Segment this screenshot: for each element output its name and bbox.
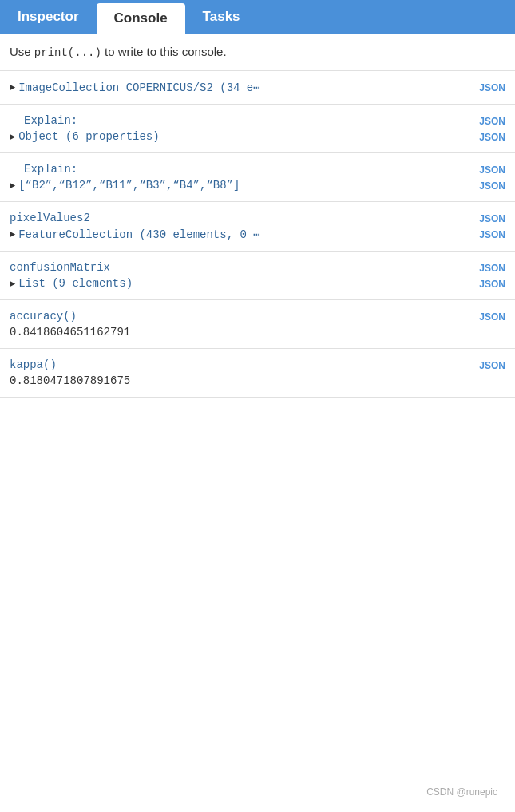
tab-bar: Inspector Console Tasks bbox=[0, 0, 515, 34]
array-label[interactable]: ► [“B2”,“B12”,“B11”,“B3”,“B4”,“B8”] bbox=[10, 179, 473, 192]
explain-2-label: Explain: bbox=[10, 163, 77, 176]
kappa-label: kappa() bbox=[10, 358, 57, 371]
row-featurecollection: ► FeatureCollection (430 elements, 0 ⋯ J… bbox=[10, 226, 505, 243]
arrow-icon-2[interactable]: ► bbox=[10, 132, 15, 143]
intro-before: Use bbox=[10, 45, 34, 58]
arrow-icon-4[interactable]: ► bbox=[10, 229, 15, 240]
row-kappa-label: kappa() JSON bbox=[10, 357, 505, 373]
section-6: accuracy() JSON 0.8418604651162791 bbox=[0, 300, 515, 349]
arrow-icon-3[interactable]: ► bbox=[10, 180, 15, 192]
kappa-json[interactable]: JSON bbox=[479, 360, 505, 371]
row-pixelvalues-label: pixelValues2 JSON bbox=[10, 210, 505, 226]
section-5: confusionMatrix JSON ► List (9 elements)… bbox=[0, 252, 515, 300]
tab-inspector[interactable]: Inspector bbox=[0, 0, 97, 34]
row-confusionmatrix-label: confusionMatrix JSON bbox=[10, 259, 505, 275]
row-explain-1: Explain: JSON bbox=[10, 113, 505, 129]
row-object: ► Object (6 properties) JSON bbox=[10, 129, 505, 145]
explain-1-json[interactable]: JSON bbox=[479, 116, 505, 127]
intro-after: to write to this console. bbox=[101, 45, 227, 58]
arrow-icon-5[interactable]: ► bbox=[10, 279, 15, 290]
imagecollection-text: ImageCollection COPERNICUS/S2 (34 e⋯ bbox=[18, 81, 259, 94]
object-label[interactable]: ► Object (6 properties) bbox=[10, 130, 473, 143]
intro-code: print(...) bbox=[34, 46, 101, 59]
explain-2-json[interactable]: JSON bbox=[479, 164, 505, 176]
watermark: CSDN @runepic bbox=[417, 780, 507, 804]
row-imagecollection: ► ImageCollection COPERNICUS/S2 (34 e⋯ J… bbox=[10, 79, 505, 96]
confusionmatrix-json[interactable]: JSON bbox=[479, 263, 505, 274]
imagecollection-label[interactable]: ► ImageCollection COPERNICUS/S2 (34 e⋯ bbox=[10, 81, 473, 94]
row-accuracy-label: accuracy() JSON bbox=[10, 308, 505, 324]
explain-1-label: Explain: bbox=[10, 114, 77, 127]
featurecollection-json[interactable]: JSON bbox=[479, 229, 505, 240]
list-label[interactable]: ► List (9 elements) bbox=[10, 277, 473, 290]
confusionmatrix-label: confusionMatrix bbox=[10, 261, 110, 274]
row-explain-2: Explain: JSON bbox=[10, 161, 505, 177]
array-text: [“B2”,“B12”,“B11”,“B3”,“B4”,“B8”] bbox=[18, 179, 240, 192]
array-json[interactable]: JSON bbox=[479, 180, 505, 192]
object-text: Object (6 properties) bbox=[18, 130, 159, 143]
row-accuracy-value: 0.8418604651162791 bbox=[10, 324, 505, 340]
imagecollection-json[interactable]: JSON bbox=[479, 82, 505, 93]
accuracy-json[interactable]: JSON bbox=[479, 311, 505, 323]
object-json[interactable]: JSON bbox=[479, 132, 505, 143]
arrow-icon-1[interactable]: ► bbox=[10, 82, 15, 93]
accuracy-label: accuracy() bbox=[10, 310, 77, 323]
pixelvalues-label: pixelValues2 bbox=[10, 212, 90, 224]
section-2: Explain: JSON ► Object (6 properties) JS… bbox=[0, 105, 515, 153]
list-json[interactable]: JSON bbox=[479, 279, 505, 290]
section-7: kappa() JSON 0.8180471807891675 bbox=[0, 349, 515, 398]
list-text: List (9 elements) bbox=[18, 277, 133, 290]
section-1: ► ImageCollection COPERNICUS/S2 (34 e⋯ J… bbox=[0, 71, 515, 105]
accuracy-value: 0.8418604651162791 bbox=[10, 326, 130, 339]
tab-tasks[interactable]: Tasks bbox=[185, 0, 258, 34]
intro-text: Use print(...) to write to this console. bbox=[0, 34, 515, 71]
row-kappa-value: 0.8180471807891675 bbox=[10, 373, 505, 389]
featurecollection-text: FeatureCollection (430 elements, 0 ⋯ bbox=[18, 228, 259, 241]
console-body: Use print(...) to write to this console.… bbox=[0, 34, 515, 398]
row-list: ► List (9 elements) JSON bbox=[10, 275, 505, 291]
featurecollection-label[interactable]: ► FeatureCollection (430 elements, 0 ⋯ bbox=[10, 228, 473, 241]
tab-console[interactable]: Console bbox=[97, 3, 185, 34]
section-3: Explain: JSON ► [“B2”,“B12”,“B11”,“B3”,“… bbox=[0, 153, 515, 202]
kappa-value: 0.8180471807891675 bbox=[10, 374, 130, 387]
pixelvalues-json[interactable]: JSON bbox=[479, 213, 505, 224]
row-array: ► [“B2”,“B12”,“B11”,“B3”,“B4”,“B8”] JSON bbox=[10, 177, 505, 193]
section-4: pixelValues2 JSON ► FeatureCollection (4… bbox=[0, 202, 515, 252]
